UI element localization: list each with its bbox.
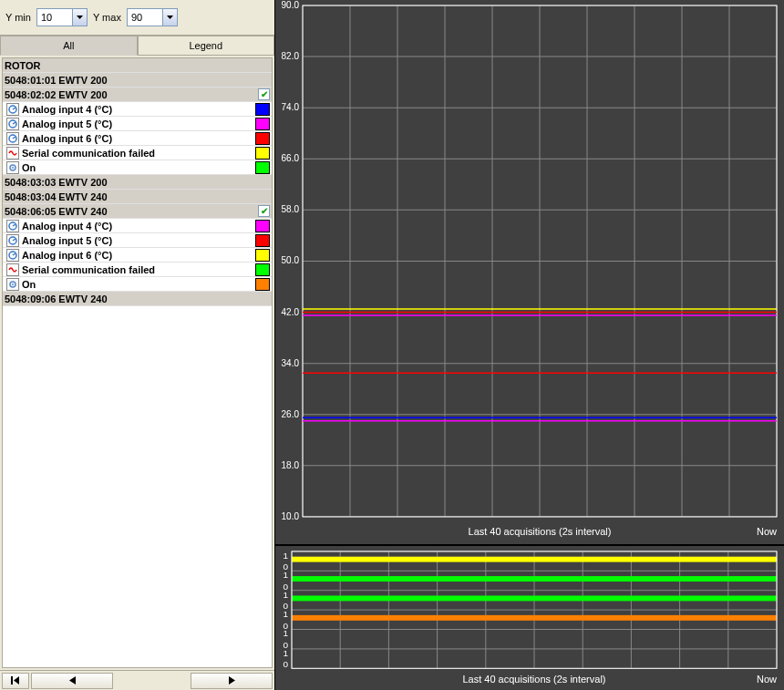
ymin-input[interactable] [37,10,72,25]
prev-icon [69,676,76,685]
svg-text:1: 1 [283,628,288,638]
tree-item-label: Analog input 5 (°C) [22,235,112,246]
signal-tree[interactable]: ROTOR5048:01:01 EWTV 2005048:02:02 EWTV … [2,57,273,668]
gauge-icon [6,220,19,232]
gauge-icon [6,234,19,247]
color-swatch [255,234,270,247]
color-swatch [255,220,270,232]
svg-rect-18 [11,676,13,685]
svg-line-15 [13,253,15,255]
ymax-combo[interactable] [127,8,178,26]
gear-icon [6,278,19,291]
tab-legend[interactable]: Legend [138,36,275,56]
tree-node[interactable]: 5048:06:05 EWTV 240✔ [3,204,272,219]
analog-chart: 10.018.026.034.042.050.058.066.074.082.0… [275,0,784,544]
tree-item-label: Serial communication failed [22,264,155,275]
y-range-controls: Y min Y max [0,0,274,36]
tree-node[interactable]: 5048:02:02 EWTV 200✔ [3,88,272,102]
color-swatch [255,161,270,174]
tree-item-label: Serial communication failed [22,148,155,159]
svg-line-11 [13,224,15,226]
tree-item[interactable]: Analog input 5 (°C) [3,117,272,131]
svg-text:1: 1 [283,551,288,561]
right-panel: 10.018.026.034.042.050.058.066.074.082.0… [275,0,784,690]
tab-all[interactable]: All [0,36,138,56]
tree-node[interactable]: 5048:09:06 EWTV 240 [3,292,272,306]
ymin-combo[interactable] [36,8,88,26]
svg-text:26.0: 26.0 [282,409,300,419]
svg-point-17 [12,283,14,285]
svg-rect-82 [292,576,777,582]
tree-item-label: On [22,162,36,173]
gauge-icon [6,103,19,116]
tree-item[interactable]: Analog input 4 (°C) [3,102,272,117]
svg-point-9 [12,167,14,169]
nav-first-button[interactable] [2,673,29,689]
color-swatch [255,278,270,291]
ymax-dropdown-button[interactable] [162,9,177,26]
color-swatch [255,263,270,276]
tree-item-label: Analog input 5 (°C) [22,118,112,129]
svg-text:18.0: 18.0 [282,460,300,470]
color-swatch [255,147,270,160]
chevron-down-icon [167,15,173,19]
gauge-icon [6,132,19,145]
svg-text:1: 1 [283,648,288,658]
ymin-dropdown-button[interactable] [72,9,87,26]
tree-root[interactable]: ROTOR [3,58,272,73]
color-swatch [255,103,270,116]
svg-rect-78 [292,557,777,562]
tree-item-label: Analog input 4 (°C) [22,221,112,232]
svg-marker-20 [69,676,76,685]
svg-marker-1 [167,15,173,19]
skip-back-icon [11,676,20,685]
svg-text:Now: Now [757,674,777,685]
tree-item[interactable]: Analog input 4 (°C) [3,219,272,233]
tree-item[interactable]: On [3,160,272,175]
ymax-input[interactable] [128,10,162,25]
node-checkbox[interactable]: ✔ [258,205,270,217]
gauge-icon [6,249,19,262]
svg-text:34.0: 34.0 [282,358,300,368]
tabs: All Legend [0,36,274,56]
signal-icon [6,147,19,160]
tree-item[interactable]: Analog input 6 (°C) [3,131,272,146]
svg-rect-90 [292,615,777,621]
tree-item-label: On [22,279,36,290]
digital-chart: 101010101010Last 40 acquisitions (2s int… [275,544,784,690]
svg-marker-21 [229,676,235,685]
svg-marker-19 [14,676,19,685]
tree-item[interactable]: Analog input 5 (°C) [3,233,272,248]
tree-item-label: Analog input 4 (°C) [22,104,112,115]
tree-node[interactable]: 5048:01:01 EWTV 200 [3,73,272,88]
tree-node[interactable]: 5048:03:04 EWTV 240 [3,190,272,204]
svg-marker-0 [77,15,83,19]
tree-node[interactable]: 5048:03:03 EWTV 200 [3,175,272,190]
node-checkbox[interactable]: ✔ [258,88,270,100]
svg-line-5 [13,122,15,124]
chevron-down-icon [77,15,83,19]
nav-prev-button[interactable] [31,673,113,689]
color-swatch [255,249,270,262]
left-panel: Y min Y max All Legend ROTOR5048:01:01 E… [0,0,275,690]
svg-line-3 [13,108,15,109]
svg-text:Last 40 acquisitions (2s inter: Last 40 acquisitions (2s interval) [469,526,612,537]
ymax-label: Y max [93,12,121,23]
tree-item[interactable]: Analog input 6 (°C) [3,248,272,263]
svg-text:90.0: 90.0 [282,0,300,10]
svg-text:66.0: 66.0 [282,153,300,163]
svg-line-13 [13,239,15,241]
ymin-label: Y min [5,12,31,23]
tree-item[interactable]: Serial communication failed [3,146,272,160]
svg-text:Now: Now [757,526,777,537]
svg-text:0: 0 [283,659,288,669]
svg-text:74.0: 74.0 [282,102,300,112]
gauge-icon [6,118,19,130]
tree-item[interactable]: On [3,277,272,292]
svg-text:42.0: 42.0 [282,307,300,317]
nav-next-button[interactable] [191,673,273,689]
tree-item[interactable]: Serial communication failed [3,263,272,277]
svg-text:1: 1 [283,570,288,580]
svg-text:Last 40 acquisitions (2s inter: Last 40 acquisitions (2s interval) [463,674,606,685]
signal-icon [6,263,19,276]
